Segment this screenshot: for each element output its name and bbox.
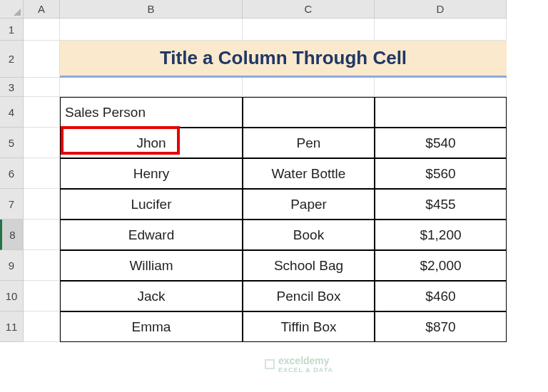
select-all-corner[interactable] xyxy=(0,0,24,19)
watermark-icon xyxy=(264,359,275,370)
table-row[interactable]: $560 xyxy=(375,158,507,189)
table-row[interactable]: Jack xyxy=(60,281,243,311)
header-cell-amount[interactable] xyxy=(375,97,507,128)
table-row[interactable]: $540 xyxy=(375,128,507,158)
cell-A3[interactable] xyxy=(24,78,60,97)
row-header-5[interactable]: 5 xyxy=(0,128,24,158)
table-row[interactable]: $870 xyxy=(375,311,507,342)
col-header-A[interactable]: A xyxy=(24,0,60,19)
row-header-3[interactable]: 3 xyxy=(0,78,24,97)
row-header-4[interactable]: 4 xyxy=(0,97,24,128)
watermark-sub: EXCEL & DATA xyxy=(278,366,333,373)
table-row[interactable]: Pen xyxy=(243,128,375,158)
table-row[interactable]: $460 xyxy=(375,281,507,311)
table-row[interactable]: Emma xyxy=(60,311,243,342)
table-row[interactable]: $2,000 xyxy=(375,250,507,281)
table-row[interactable]: Lucifer xyxy=(60,189,243,220)
cell-A9[interactable] xyxy=(24,250,60,281)
row-header-6[interactable]: 6 xyxy=(0,158,24,189)
table-row[interactable]: $455 xyxy=(375,189,507,220)
header-cell-item[interactable] xyxy=(243,97,375,128)
cell-A11[interactable] xyxy=(24,311,60,342)
watermark: exceldemy EXCEL & DATA xyxy=(264,355,333,373)
row-header-8[interactable]: 8 xyxy=(0,220,24,250)
header-cell-sales-person[interactable]: Sales Person xyxy=(60,97,243,128)
row-header-1[interactable]: 1 xyxy=(0,19,24,41)
cell-C3[interactable] xyxy=(243,78,375,97)
row-header-7[interactable]: 7 xyxy=(0,189,24,220)
cell-D1[interactable] xyxy=(375,19,507,41)
cell-A4[interactable] xyxy=(24,97,60,128)
cell-A7[interactable] xyxy=(24,189,60,220)
row-header-9[interactable]: 9 xyxy=(0,250,24,281)
cell-A2[interactable] xyxy=(24,41,60,78)
row-header-11[interactable]: 11 xyxy=(0,311,24,342)
cell-A8[interactable] xyxy=(24,220,60,250)
table-row[interactable]: Paper xyxy=(243,189,375,220)
cell-A5[interactable] xyxy=(24,128,60,158)
row-header-2[interactable]: 2 xyxy=(0,41,24,78)
table-row[interactable]: Edward xyxy=(60,220,243,250)
col-header-B[interactable]: B xyxy=(60,0,243,19)
row-header-10[interactable]: 10 xyxy=(0,281,24,311)
cell-D3[interactable] xyxy=(375,78,507,97)
table-row[interactable]: $1,200 xyxy=(375,220,507,250)
cell-B1[interactable] xyxy=(60,19,243,41)
watermark-brand: exceldemy xyxy=(278,355,330,366)
col-header-D[interactable]: D xyxy=(375,0,507,19)
col-header-C[interactable]: C xyxy=(243,0,375,19)
table-row[interactable]: Book xyxy=(243,220,375,250)
cell-A10[interactable] xyxy=(24,281,60,311)
table-row[interactable]: Tiffin Box xyxy=(243,311,375,342)
table-row[interactable]: Water Bottle xyxy=(243,158,375,189)
svg-rect-0 xyxy=(265,360,274,368)
table-row[interactable]: Henry xyxy=(60,158,243,189)
cell-A1[interactable] xyxy=(24,19,60,41)
table-row[interactable]: William xyxy=(60,250,243,281)
cell-B3[interactable] xyxy=(60,78,243,97)
table-row[interactable]: Pencil Box xyxy=(243,281,375,311)
table-row[interactable]: Jhon xyxy=(60,128,243,158)
table-row[interactable]: School Bag xyxy=(243,250,375,281)
spreadsheet-grid: A B C D 1 2 Title a Column Through Cell … xyxy=(0,0,548,392)
cell-A6[interactable] xyxy=(24,158,60,189)
cell-C1[interactable] xyxy=(243,19,375,41)
page-title[interactable]: Title a Column Through Cell xyxy=(60,41,507,78)
